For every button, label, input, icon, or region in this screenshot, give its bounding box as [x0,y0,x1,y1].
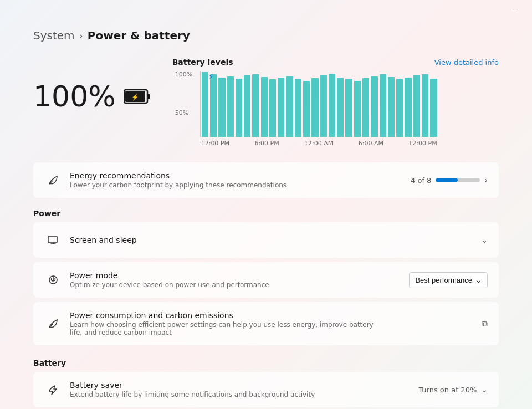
energy-count-badge: 4 of 8 [411,176,431,185]
breadcrumb-system[interactable]: System [33,29,75,42]
chart-bar [303,81,310,137]
chart-title: Battery levels [172,58,233,67]
chart-bar [269,79,276,137]
chart-bar [337,78,344,137]
chart-bar [371,76,377,137]
chart-x-labels: 12:00 PM 6:00 PM 12:00 AM 6:00 AM 12:00 … [200,140,438,147]
lightning-icon: ⚡ [208,72,214,81]
power-mode-right[interactable]: Best performance ⌄ [409,272,488,288]
battery-saver-card[interactable]: Battery saver Extend battery life by lim… [33,372,499,407]
energy-recommendations-card[interactable]: Energy recommendations Lower your carbon… [33,162,499,198]
chart-bar [413,75,420,137]
power-consumption-content: Power consumption and carbon emissions L… [70,311,474,336]
battery-saver-chevron-icon: ⌄ [481,385,488,394]
chart-bar [227,76,234,137]
screen-sleep-title: Screen and sleep [70,236,473,244]
power-mode-subtitle: Optimize your device based on power use … [70,281,401,289]
battery-info: 100% ⚡ [33,80,150,113]
chart-bar [380,74,386,137]
breadcrumb-current: Power & battery [88,29,190,42]
chart-bar [244,75,250,137]
screen-sleep-card[interactable]: Screen and sleep ⌄ [33,222,499,258]
power-consumption-card[interactable]: Power consumption and carbon emissions L… [33,302,499,345]
battery-section: Battery Battery saver Extend battery lif… [33,359,499,409]
battery-section-label: Battery [33,359,499,367]
screen-sleep-right: ⌄ [481,236,488,244]
energy-card-content: Energy recommendations Lower your carbon… [70,171,403,189]
power-mode-card: Power mode Optimize your device based on… [33,262,499,298]
chart-y-labels: 100% 50% [175,71,192,147]
x-label-2: 6:00 PM [254,140,279,147]
screen-sleep-chevron-icon: ⌄ [481,236,488,244]
battery-saver-status: Turns on at 20% [418,386,477,394]
chart-header: Battery levels View detailed info [172,58,499,67]
power-mode-content: Power mode Optimize your device based on… [70,271,401,289]
external-link-icon[interactable]: ⧉ [482,319,488,329]
energy-chevron-icon: › [484,176,488,185]
power-consumption-icon [44,315,62,333]
power-mode-dropdown[interactable]: Best performance ⌄ [409,272,488,288]
chart-bar [422,74,428,137]
energy-card-title: Energy recommendations [70,171,403,180]
power-mode-title: Power mode [70,271,401,280]
x-label-4: 6:00 AM [359,140,383,147]
energy-leaf-icon [44,171,62,189]
view-detailed-info-link[interactable]: View detailed info [434,58,499,67]
energy-card-subtitle: Lower your carbon footprint by applying … [70,181,403,189]
battery-full-icon: ⚡ [124,87,150,106]
y-label-50: 50% [175,109,192,116]
chart-bar [278,78,284,137]
chart-bar [210,74,217,137]
battery-saver-icon [44,381,62,398]
svg-text:⚡: ⚡ [131,93,139,101]
chart-bar [202,72,208,137]
chart-bar [252,74,259,137]
power-mode-icon [44,271,62,289]
main-content: System › Power & battery 100% ⚡ Battery … [0,18,532,409]
svg-rect-2 [147,94,150,99]
y-label-100: 100% [175,71,192,78]
power-consumption-subtitle: Learn how choosing efficient power setti… [70,321,375,336]
battery-chart: ⚡ [200,71,438,137]
battery-saver-right: Turns on at 20% ⌄ [418,385,488,394]
titlebar: — [0,0,532,18]
battery-saver-subtitle: Extend battery life by limiting some not… [70,391,411,398]
battery-saver-content: Battery saver Extend battery life by lim… [70,381,411,398]
chart-bar [362,78,369,137]
chart-bar [286,76,293,137]
chart-bar [236,79,242,137]
svg-rect-4 [48,236,57,243]
chart-bar [388,77,395,137]
top-section: 100% ⚡ Battery levels View detailed info… [33,58,499,147]
battery-saver-title: Battery saver [70,381,411,390]
chart-bar [261,77,268,137]
energy-progress-bar [436,178,480,182]
x-label-5: 12:00 PM [408,140,437,147]
power-section: Power Screen and sleep ⌄ [33,209,499,345]
power-mode-dropdown-chevron-icon: ⌄ [475,276,482,284]
chart-bars [201,71,438,137]
chart-bar [329,74,335,137]
minimize-button[interactable]: — [508,3,523,15]
chart-wrapper: 100% 50% ⚡ 12:00 PM 6:00 PM 12:00 AM 6:0… [200,71,499,147]
screen-sleep-icon [44,231,62,249]
screen-sleep-content: Screen and sleep [70,236,473,244]
chart-section: Battery levels View detailed info 100% 5… [172,58,499,147]
chart-bar [354,81,361,137]
power-mode-value: Best performance [415,276,472,284]
chart-bar [396,79,403,137]
energy-card-right: 4 of 8 › [411,176,488,185]
x-label-3: 12:00 AM [304,140,333,147]
breadcrumb: System › Power & battery [33,29,499,42]
chart-bar [218,78,225,137]
breadcrumb-separator: › [79,30,83,42]
power-section-label: Power [33,209,499,218]
power-consumption-right: ⧉ [482,319,488,329]
chart-bar [295,79,301,137]
chart-bar [345,79,352,137]
power-consumption-title: Power consumption and carbon emissions [70,311,474,320]
chart-bar [405,78,411,137]
chart-bar [320,75,327,137]
battery-percentage: 100% [33,80,116,113]
chart-bar [430,79,437,137]
